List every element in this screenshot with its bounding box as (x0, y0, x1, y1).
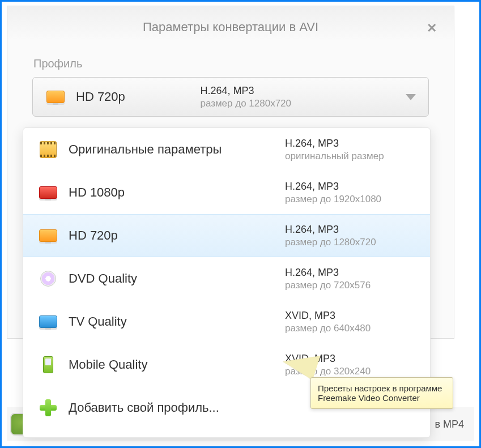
option-label: DVD Quality (69, 271, 137, 286)
dialog-title: Параметры конвертации в AVI (7, 6, 454, 40)
bg-right-label: в MP4 (435, 419, 464, 430)
option-label: Оригинальные параметры (69, 142, 222, 157)
option-tv[interactable]: TV Quality XVID, MP3размер до 640x480 (23, 300, 430, 343)
disc-icon (38, 270, 58, 287)
option-label: Добавить свой профиль... (69, 400, 219, 415)
annotation-callout: Пресеты настроек в программе Freemake Vi… (310, 377, 453, 409)
option-original[interactable]: Оригинальные параметры H.264, MP3оригина… (23, 128, 430, 171)
option-hd720p[interactable]: HD 720p H.264, MP3размер до 1280x720 (23, 214, 430, 257)
hd-monitor-icon (45, 88, 66, 105)
option-label: HD 1080p (69, 185, 125, 200)
selected-size: размер до 1280x720 (200, 98, 330, 109)
option-label: TV Quality (69, 314, 127, 329)
profile-section-label: Профиль (33, 57, 454, 70)
selected-profile-label: HD 720p (76, 89, 125, 104)
option-dvd[interactable]: DVD Quality H.264, MP3размер до 720x576 (23, 257, 430, 300)
phone-icon (38, 356, 58, 373)
hd-monitor-orange-icon (38, 227, 58, 244)
chevron-down-icon (406, 94, 416, 100)
film-strip-icon (38, 141, 58, 158)
profile-select[interactable]: HD 720p H.264, MP3 размер до 1280x720 (32, 77, 429, 117)
selected-codec: H.264, MP3 (200, 85, 330, 97)
option-label: Mobile Quality (69, 357, 147, 372)
hd-monitor-red-icon (38, 184, 58, 201)
option-label: HD 720p (69, 228, 118, 243)
option-hd1080p[interactable]: HD 1080p H.264, MP3размер до 1920x1080 (23, 171, 430, 214)
tv-monitor-icon (38, 313, 58, 330)
close-icon[interactable]: ✕ (427, 21, 437, 36)
plus-icon (38, 399, 58, 416)
